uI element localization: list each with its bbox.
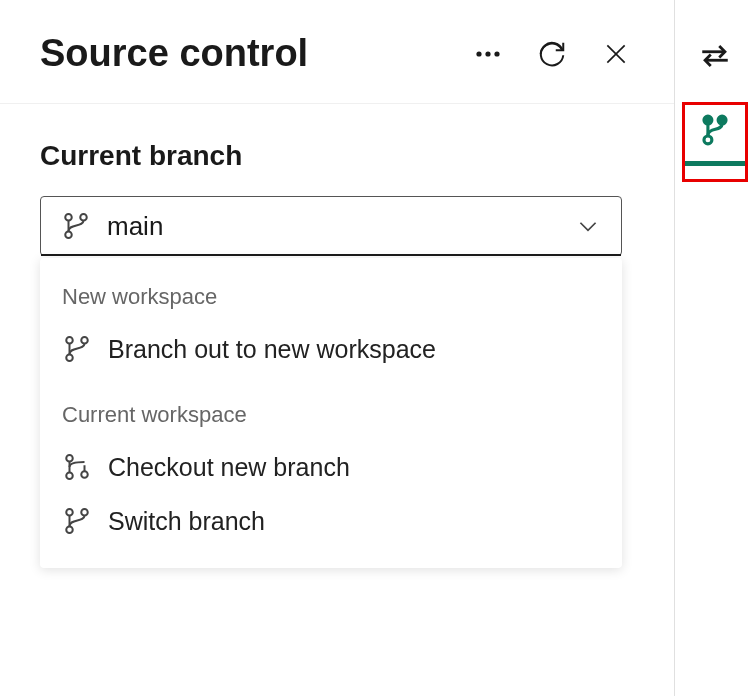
svg-point-19 [718, 116, 726, 124]
svg-point-5 [65, 214, 72, 221]
more-button[interactable] [470, 36, 506, 72]
rail-sync-button[interactable] [693, 34, 737, 78]
branch-icon [61, 211, 91, 241]
dropdown-item-switch-branch[interactable]: Switch branch [40, 494, 622, 548]
branch-plus-icon [62, 452, 92, 482]
svg-point-15 [66, 527, 73, 534]
rail-source-control-button[interactable] [693, 108, 737, 152]
svg-point-16 [81, 509, 88, 516]
svg-point-17 [703, 116, 711, 124]
panel-content: Current branch main New workspace [0, 104, 674, 604]
dropdown-group-current-workspace: Current workspace [40, 394, 622, 440]
svg-point-9 [66, 355, 73, 362]
branch-icon [62, 506, 92, 536]
dropdown-item-label: Branch out to new workspace [108, 335, 436, 364]
dropdown-item-branch-out[interactable]: Branch out to new workspace [40, 322, 622, 376]
dropdown-item-label: Checkout new branch [108, 453, 350, 482]
svg-point-7 [80, 214, 87, 221]
svg-point-11 [66, 455, 73, 462]
rail-active-indicator [683, 161, 745, 166]
svg-point-18 [703, 136, 711, 144]
dropdown-group-new-workspace: New workspace [40, 276, 622, 322]
branch-icon [698, 113, 732, 147]
page-title: Source control [40, 32, 470, 75]
refresh-icon [537, 39, 567, 69]
right-rail [675, 0, 754, 696]
source-control-panel: Source control [0, 0, 675, 696]
header-actions [470, 36, 634, 72]
close-button[interactable] [598, 36, 634, 72]
branch-dropdown[interactable]: main [40, 196, 622, 256]
svg-point-2 [494, 51, 499, 56]
chevron-down-icon [575, 213, 601, 239]
close-icon [603, 41, 629, 67]
svg-point-6 [65, 232, 72, 239]
svg-point-12 [66, 473, 73, 480]
svg-point-1 [485, 51, 490, 56]
dropdown-separator [40, 376, 622, 394]
svg-point-8 [66, 337, 73, 344]
svg-point-10 [81, 337, 88, 344]
sync-arrows-icon [698, 39, 732, 73]
branch-dropdown-menu: New workspace Branch out to new workspac… [40, 258, 622, 568]
svg-point-14 [66, 509, 73, 516]
current-branch-label: Current branch [40, 140, 634, 172]
dropdown-item-checkout-new[interactable]: Checkout new branch [40, 440, 622, 494]
branch-icon [62, 334, 92, 364]
dropdown-item-label: Switch branch [108, 507, 265, 536]
panel-header: Source control [0, 0, 674, 104]
svg-point-0 [476, 51, 481, 56]
ellipsis-icon [475, 50, 501, 58]
branch-dropdown-value: main [107, 211, 559, 242]
refresh-button[interactable] [534, 36, 570, 72]
svg-point-13 [81, 471, 88, 478]
